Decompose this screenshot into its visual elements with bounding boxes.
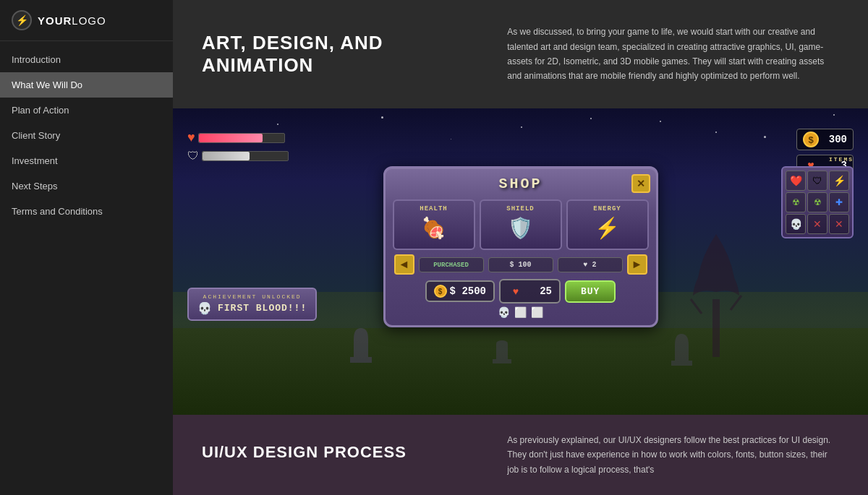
logo-text: YOURLOGO xyxy=(38,14,106,27)
svg-rect-0 xyxy=(712,299,720,357)
skull-icon-3: ⬜ xyxy=(531,306,543,318)
sidebar-item-client-story[interactable]: Client Story xyxy=(0,123,173,148)
item-slot-3[interactable]: ☢ xyxy=(786,192,806,212)
total-cost-hearts: ♥ 25 xyxy=(499,279,561,304)
sidebar-item-investment[interactable]: Investment xyxy=(0,148,173,173)
ground xyxy=(173,328,868,415)
item-slot-1[interactable]: 🛡 xyxy=(807,171,827,191)
shop-close-button[interactable]: ✕ xyxy=(631,174,650,193)
sidebar: ⚡ YOURLOGO Introduction What We Will Do … xyxy=(0,0,173,495)
shop-panel: ✕ SHOP HEALTH 🍖 SHIELD 🛡️ ENERGY ⚡ ◄ xyxy=(383,166,658,327)
svg-line-2 xyxy=(731,296,741,310)
bottom-left: UI/UX DESIGN PROCESS xyxy=(202,433,478,477)
shield-icon: 🛡️ xyxy=(485,215,556,241)
svg-line-1 xyxy=(691,299,702,314)
bottom-section-title: UI/UX DESIGN PROCESS xyxy=(202,443,478,462)
shield-hud-icon: 🛡 xyxy=(187,150,199,163)
tombstone-3 xyxy=(491,333,513,366)
skull-row: 💀 ⬜ ⬜ xyxy=(393,306,649,318)
item-slot-0[interactable]: ❤️ xyxy=(786,171,806,191)
achievement-name: FIRST BLOOD!!! xyxy=(218,303,307,314)
total-gold-value: $ 2500 xyxy=(450,285,486,297)
tree-silhouette xyxy=(687,227,745,357)
total-gold-icon: $ xyxy=(434,285,447,298)
item-slot-6[interactable]: 💀 xyxy=(786,214,806,234)
section-title: ART, DESIGN, AND ANIMATION xyxy=(202,32,478,77)
price-shield: $ 100 xyxy=(488,257,553,272)
sidebar-item-introduction[interactable]: Introduction xyxy=(0,47,173,72)
items-panel: ❤️ 🛡 ⚡ ☢ ☢ ✚ 💀 ✕ ✕ xyxy=(781,166,854,238)
sidebar-item-terms[interactable]: Terms and Conditions xyxy=(0,199,173,224)
logo-icon: ⚡ xyxy=(12,10,32,30)
main-content: ART, DESIGN, AND ANIMATION As we discuss… xyxy=(173,0,868,495)
shop-next-button[interactable]: ► xyxy=(627,254,647,275)
bottom-right: As previously explained, our UI/UX desig… xyxy=(507,433,839,477)
shop-bottom: $ $ 2500 ♥ 25 BUY xyxy=(393,279,649,304)
top-right: As we discussed, to bring your game to l… xyxy=(507,22,839,87)
gold-row: $ 300 xyxy=(796,129,854,150)
top-left: ART, DESIGN, AND ANIMATION xyxy=(202,22,478,87)
hud-health-bars: ♥ 🛡 xyxy=(187,130,289,163)
item-slot-8[interactable]: ✕ xyxy=(829,214,849,234)
nav-items: Introduction What We Will Do Plan of Act… xyxy=(0,47,173,224)
total-cost-gold: $ $ 2500 xyxy=(425,280,495,302)
shop-item-energy: ENERGY ⚡ xyxy=(566,199,649,250)
bottom-description: As previously explained, our UI/UX desig… xyxy=(507,433,839,477)
shop-nav: ◄ PURCHASED $ 100 ♥ 2 ► xyxy=(393,254,649,275)
achievement-skull-icon: 💀 xyxy=(197,301,212,315)
achievement-title-text: ACHIEVEMENT UNLOCKED xyxy=(203,293,302,300)
item-slot-7[interactable]: ✕ xyxy=(807,214,827,234)
bottom-section: UI/UX DESIGN PROCESS As previously expla… xyxy=(173,415,868,495)
tombstone-2 xyxy=(669,332,694,368)
total-heart-icon: ♥ xyxy=(508,283,524,299)
energy-label: ENERGY xyxy=(572,205,643,212)
skull-icon-1: 💀 xyxy=(498,306,510,318)
svg-rect-6 xyxy=(671,361,692,366)
achievement-badge: ACHIEVEMENT UNLOCKED 💀 FIRST BLOOD!!! xyxy=(187,288,317,321)
game-banner: ♥ 🛡 $ 300 ♥ 3 xyxy=(173,108,868,415)
section-description: As we discussed, to bring your game to l… xyxy=(507,25,839,84)
health-label: HEALTH xyxy=(399,205,469,212)
item-slot-2[interactable]: ⚡ xyxy=(829,171,849,191)
sidebar-item-what-we-will-do[interactable]: What We Will Do xyxy=(0,72,173,98)
shop-prev-button[interactable]: ◄ xyxy=(394,254,414,275)
svg-rect-4 xyxy=(350,357,372,363)
items-panel-label-text: ITEMS xyxy=(829,156,854,163)
price-health: PURCHASED xyxy=(419,257,484,272)
top-section: ART, DESIGN, AND ANIMATION As we discuss… xyxy=(173,0,868,108)
buy-button[interactable]: BUY xyxy=(565,280,616,303)
item-slot-5[interactable]: ✚ xyxy=(829,192,849,212)
shield-row: 🛡 xyxy=(187,150,289,163)
shield-bar-bg xyxy=(202,151,289,161)
sidebar-item-plan-of-action[interactable]: Plan of Action xyxy=(0,98,173,123)
logo-area: ⚡ YOURLOGO xyxy=(0,0,173,41)
shield-label: SHIELD xyxy=(485,205,556,212)
sidebar-item-next-steps[interactable]: Next Steps xyxy=(0,173,173,199)
svg-rect-9 xyxy=(496,340,508,346)
shop-item-health: HEALTH 🍖 xyxy=(393,199,475,250)
gold-icon: $ xyxy=(803,132,819,147)
price-energy: ♥ 2 xyxy=(558,257,623,272)
shop-items-row: HEALTH 🍖 SHIELD 🛡️ ENERGY ⚡ xyxy=(393,199,649,250)
item-slot-4[interactable]: ☢ xyxy=(807,192,827,212)
shield-bar-fill xyxy=(203,152,250,160)
total-hearts-value: 25 xyxy=(527,285,552,297)
health-bar-bg xyxy=(198,133,285,143)
skull-icon-2: ⬜ xyxy=(514,306,527,318)
energy-icon: ⚡ xyxy=(572,215,643,241)
achievement-content: 💀 FIRST BLOOD!!! xyxy=(197,301,307,315)
shop-title: SHOP xyxy=(393,176,649,192)
tombstone-1 xyxy=(346,324,375,364)
shop-item-shield: SHIELD 🛡️ xyxy=(480,199,562,250)
health-bar-fill xyxy=(199,134,263,142)
gold-value: 300 xyxy=(822,134,847,145)
health-row: ♥ xyxy=(187,130,289,145)
svg-rect-8 xyxy=(493,359,511,363)
heart-icon: ♥ xyxy=(187,130,195,145)
health-icon: 🍖 xyxy=(399,215,469,241)
